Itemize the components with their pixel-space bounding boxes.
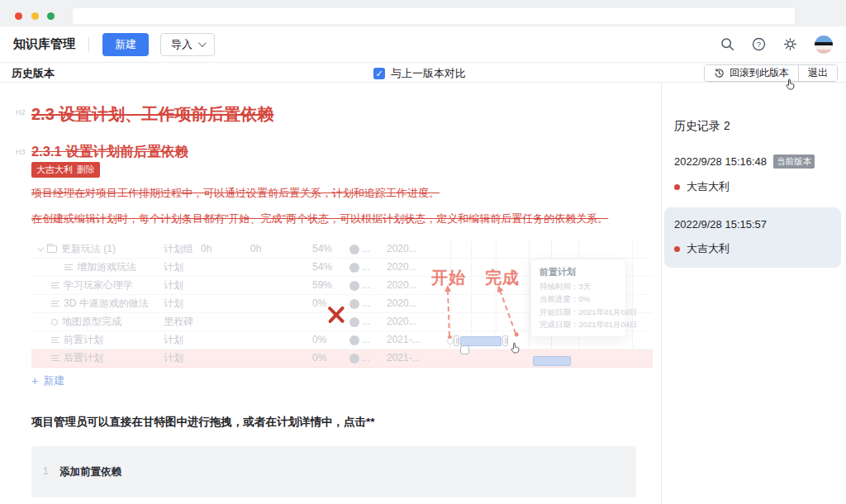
import-button-label: 导入 [171, 37, 192, 52]
history-entry-selected[interactable]: 2022/9/28 15:15:57 大吉大利 [664, 207, 841, 268]
assignee-avatar [349, 335, 359, 345]
folder-icon [47, 245, 57, 253]
row-actual: 0h [250, 240, 312, 258]
gantt-finish-label: 完成 [485, 267, 520, 289]
history-list-title: 历史记录 2 [674, 119, 846, 134]
compare-checkbox[interactable]: ✓ 与上一版本对比 [373, 66, 466, 81]
user-avatar[interactable] [815, 36, 833, 54]
assignee-avatar [349, 299, 359, 309]
assignee-avatar [349, 317, 359, 327]
row-name: 后置计划 [64, 349, 103, 367]
delete-x-mark [325, 303, 348, 326]
browser-chrome [0, 0, 846, 26]
import-button[interactable]: 导入 [160, 33, 215, 56]
gantt-tooltip: 前置计划 持续时间：3天 当前进度：0% 开始日期：2021年01月02日 完成… [530, 259, 626, 337]
row-progress: 54% [312, 240, 349, 258]
page-title: 知识库管理 [13, 36, 75, 52]
body-paragraph: 项目管理员可以直接在甘特图中进行拖拽，或者在计划详情中，点击** [31, 415, 636, 430]
deleted-h2-heading: 2.3 设置计划、工作项前后置依赖 [31, 103, 636, 126]
assignee-avatar [349, 245, 359, 254]
row-date: 2020... [387, 240, 432, 258]
badge-action: 删除 [77, 164, 95, 176]
row-type: 计划组 [164, 240, 201, 258]
author-status-dot [674, 184, 680, 190]
compare-checkbox-label: 与上一版本对比 [391, 66, 466, 81]
gantt-link-circle[interactable] [447, 338, 454, 345]
divider [88, 37, 89, 52]
table-row[interactable]: 更新玩法 (1) 计划组 0h 0h 54% ... 2020... [31, 240, 653, 259]
svg-text:?: ? [757, 40, 761, 49]
new-button[interactable]: 新建 [102, 33, 149, 56]
exit-button[interactable]: 退出 [799, 65, 837, 81]
history-toolbar: 历史版本 ✓ 与上一版本对比 回滚到此版本 退出 [0, 63, 846, 83]
delete-author-badge: 大吉大利 删除 [31, 162, 100, 178]
h2-block-marker: H2 [16, 108, 26, 116]
gantt-drag-handle-right[interactable] [502, 335, 508, 346]
zoom-window-button[interactable] [47, 12, 55, 20]
settings-gear-icon[interactable] [783, 37, 797, 51]
plan-icon [64, 264, 73, 271]
gantt-drag-ghost [460, 345, 469, 354]
author-status-dot [674, 246, 680, 252]
h3-block-marker: H3 [16, 148, 26, 156]
history-clock-icon [714, 68, 725, 78]
milestone-icon [51, 319, 58, 326]
code-block[interactable]: 1 添加前置依赖 [31, 446, 636, 497]
deleted-plan-table-image: 更新玩法 (1) 计划组 0h 0h 54% ... 2020... 增加游戏玩… [31, 240, 653, 388]
version-author: 大吉大利 [687, 241, 730, 256]
row-name: 前置计划 [64, 331, 103, 349]
deleted-paragraph-2: 在创建或编辑计划时，每个计划条目都有"开始、完成"两个状态，可以根据计划状态，定… [31, 212, 636, 226]
history-version-title: 历史版本 [12, 66, 55, 81]
plan-icon [51, 283, 59, 289]
deleted-h3-heading: 2.3.1 设置计划前后置依赖 [31, 143, 636, 161]
version-author: 大吉大利 [687, 179, 730, 194]
rollback-button-label: 回滚到此版本 [730, 66, 789, 80]
minimize-window-button[interactable] [31, 12, 39, 20]
code-text: 添加前置依赖 [59, 465, 121, 479]
url-bar[interactable] [73, 8, 795, 24]
row-name: 增加游戏玩法 [77, 259, 136, 276]
mouse-cursor-hand [785, 78, 797, 90]
history-sidebar: 历史记录 2 2022/9/28 15:16:48 当前版本 大吉大利 2022… [661, 83, 846, 504]
version-timestamp: 2022/9/28 15:16:48 [674, 155, 767, 168]
badge-author: 大吉大利 [36, 164, 73, 176]
gantt-drag-handle-left[interactable] [454, 335, 459, 346]
tooltip-title: 前置计划 [539, 266, 617, 278]
history-entry-current[interactable]: 2022/9/28 15:16:48 当前版本 大吉大利 [674, 155, 846, 194]
plan-icon [51, 337, 59, 344]
app-header: 知识库管理 新建 导入 ? [0, 26, 846, 63]
document-diff-content: H2 2.3 设置计划、工作项前后置依赖 H3 2.3.1 设置计划前后置依赖 … [0, 83, 661, 504]
assignee-avatar [349, 263, 359, 273]
row-name: 地图原型完成 [62, 313, 121, 330]
help-icon[interactable]: ? [752, 37, 766, 51]
row-name: 学习玩家心理学 [64, 277, 133, 294]
search-icon[interactable] [720, 37, 734, 51]
version-timestamp: 2022/9/28 15:15:57 [674, 218, 767, 231]
plan-icon [51, 301, 59, 307]
close-window-button[interactable] [15, 12, 22, 20]
gantt-bar-successor[interactable] [533, 356, 571, 366]
plan-icon [51, 355, 59, 362]
plus-icon: + [31, 374, 38, 388]
chevron-down-icon[interactable] [37, 245, 44, 251]
assignee-avatar [349, 281, 359, 291]
add-new-row-link[interactable]: + 新建 [31, 373, 89, 388]
mouse-cursor-hand [510, 341, 522, 354]
assignee-avatar [349, 354, 359, 364]
current-version-badge: 当前版本 [773, 155, 815, 169]
row-name: 更新玩法 (1) [61, 240, 116, 258]
code-line-number: 1 [31, 466, 59, 478]
row-name: 3D 牛逼游戏的做法 [64, 295, 149, 312]
deleted-paragraph-1: 项目经理在对项目工作排期过程中，可以通过设置前后置关系，计划和追踪工作进度。 [31, 186, 636, 201]
chevron-down-icon [198, 39, 207, 47]
checkbox-checked-icon[interactable]: ✓ [373, 68, 385, 79]
row-estimate: 0h [201, 240, 250, 258]
